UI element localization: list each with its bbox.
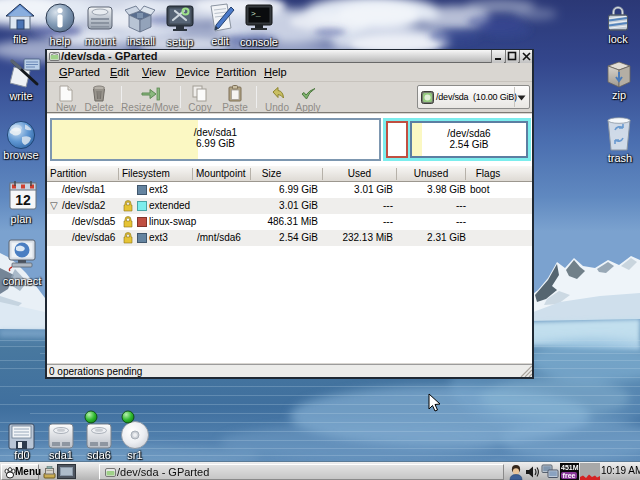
svg-text:>_: >_	[251, 9, 261, 18]
svg-text:12: 12	[15, 192, 31, 208]
